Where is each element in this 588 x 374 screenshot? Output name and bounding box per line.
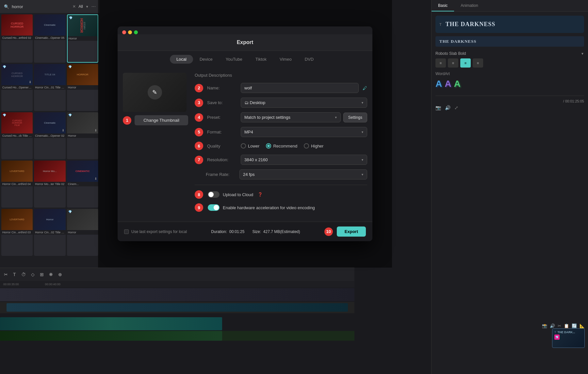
- darkness-timeline-clip[interactable]: T THE DARK... 💎: [552, 328, 585, 348]
- search-input[interactable]: [12, 4, 70, 9]
- align-right-button[interactable]: ≡: [473, 58, 483, 68]
- timeline-tool-icon-5[interactable]: 🔄: [572, 323, 577, 328]
- align-left-button[interactable]: ≡: [435, 58, 446, 68]
- list-item[interactable]: 💎 ⬇ Horror: [67, 112, 98, 159]
- minimize-window-dot[interactable]: [128, 30, 132, 34]
- align-center-button[interactable]: ≡: [448, 58, 458, 68]
- resolution-selector[interactable]: 3840 x 2160: [241, 155, 367, 165]
- settings-button[interactable]: Settings: [343, 113, 367, 122]
- list-item[interactable]: Horror Mo... Horror Mo...ter Title 02: [34, 161, 65, 208]
- resolution-value[interactable]: 3840 x 2160: [241, 155, 367, 165]
- duration-info: Duration: 00:01:25: [211, 229, 244, 234]
- save-to-label: Save to:: [207, 100, 238, 105]
- save-to-selector[interactable]: 🗂 Desktop: [241, 98, 367, 108]
- text-tool-icon[interactable]: T: [13, 272, 16, 277]
- darkness-text-preview-large: THE DARKNESS: [446, 21, 580, 28]
- list-item[interactable]: LOVERTHIRD Horror Cin...erthird 03: [1, 209, 33, 256]
- cut-tool-icon[interactable]: ✂: [4, 272, 8, 277]
- frame-rate-value[interactable]: 24 fps: [239, 169, 367, 179]
- format-label: Format:: [207, 130, 238, 134]
- format-value[interactable]: MP4: [241, 127, 367, 137]
- shape-tool-icon[interactable]: ◇: [31, 272, 35, 277]
- more-tool-icon[interactable]: ⊕: [58, 272, 62, 277]
- edit-thumbnail-icon[interactable]: ✎: [148, 85, 162, 100]
- list-item[interactable]: CINEMATIC ⬇ Cinem...: [67, 161, 98, 208]
- timeline-tool-icon-4[interactable]: 📋: [564, 323, 569, 328]
- timeline-tracks[interactable]: [0, 288, 354, 374]
- help-icon[interactable]: ❓: [258, 192, 263, 197]
- recommend-radio[interactable]: [266, 143, 271, 148]
- filter-all[interactable]: All: [78, 4, 83, 9]
- use-last-settings-checkbox[interactable]: [124, 229, 129, 234]
- effects-tool-icon[interactable]: ❋: [49, 272, 53, 277]
- list-item[interactable]: CURSEDHORROR Cursed Ho...erthird 02: [1, 14, 33, 63]
- tab-basic[interactable]: Basic: [432, 0, 454, 11]
- tab-dvd[interactable]: DVD: [298, 55, 320, 64]
- close-window-dot[interactable]: [122, 30, 126, 34]
- lower-radio[interactable]: [241, 143, 246, 148]
- window-controls: [118, 26, 372, 34]
- hardware-accel-toggle[interactable]: [208, 204, 220, 211]
- preset-value[interactable]: Match to project settings: [241, 112, 341, 122]
- tab-youtube[interactable]: YouTube: [219, 55, 249, 64]
- list-item[interactable]: 💎 HORROR Horror: [67, 64, 98, 111]
- export-button[interactable]: Export: [337, 226, 366, 237]
- higher-radio[interactable]: [304, 143, 309, 148]
- font-dropdown-icon[interactable]: ▼: [581, 52, 584, 55]
- timeline-tool-icon-6[interactable]: 📐: [580, 323, 585, 328]
- list-item[interactable]: 💎 Horror: [67, 209, 98, 256]
- close-icon[interactable]: ✕: [73, 4, 76, 9]
- quality-lower[interactable]: Lower: [241, 143, 259, 148]
- quality-higher[interactable]: Higher: [304, 143, 323, 148]
- more-options-icon[interactable]: ···: [91, 4, 96, 9]
- step-5-badge: 5: [195, 128, 203, 136]
- timeline-tool-icon-1[interactable]: 📸: [542, 323, 547, 328]
- resolution-row: 7 Resolution: 3840 x 2160: [195, 155, 367, 165]
- wordart-style-3[interactable]: A: [454, 79, 460, 89]
- frame-rate-row: Frame Rate: 24 fps: [195, 169, 367, 179]
- quality-recommend[interactable]: Recommend: [266, 143, 297, 148]
- timer-tool-icon[interactable]: ⏱: [21, 272, 26, 277]
- list-item[interactable]: 💎 CURSEDHORROR ⬇ Cursed Ho...Opener 01: [1, 64, 33, 111]
- upload-cloud-toggle[interactable]: [208, 191, 220, 198]
- list-item[interactable]: LOVERTHIRD Horror Cin...erthird 04: [1, 161, 33, 208]
- tab-device[interactable]: Device: [193, 55, 219, 64]
- name-input[interactable]: [241, 83, 359, 93]
- tab-local[interactable]: Local: [170, 55, 193, 64]
- list-item[interactable]: 💎 CURSEDHORRORFILM Cursed Ho...ck Title …: [1, 112, 33, 159]
- frame-rate-selector[interactable]: 24 fps: [239, 169, 367, 179]
- list-item[interactable]: Cinematic ⬇ Cinematic...Opener 02: [34, 112, 65, 159]
- ai-icon[interactable]: 🖊: [363, 86, 367, 91]
- timeline-tool-icon-2[interactable]: 🔊: [550, 323, 555, 328]
- export-modal-footer: Use last export settings for local Durat…: [118, 222, 372, 241]
- preset-selector[interactable]: Match to project settings: [241, 112, 341, 122]
- tab-animation[interactable]: Animation: [454, 0, 484, 11]
- list-item[interactable]: Horror Horror Cin...02 Title 01: [34, 209, 65, 256]
- maximize-window-dot[interactable]: [134, 30, 138, 34]
- save-to-value[interactable]: 🗂 Desktop: [241, 98, 367, 108]
- thumbnail-preview[interactable]: ✎: [123, 73, 187, 112]
- use-last-settings-row: Use last export settings for local: [124, 229, 187, 234]
- tab-vimeo[interactable]: Vimeo: [273, 55, 298, 64]
- grid-tool-icon[interactable]: ⊞: [40, 272, 44, 277]
- wordart-style-2[interactable]: A: [445, 79, 451, 89]
- resize-action-icon[interactable]: ⤢: [454, 105, 458, 110]
- list-item[interactable]: Cinematic Cinematic...Opener 05: [34, 14, 65, 63]
- step-10-badge: 10: [324, 227, 333, 236]
- list-item[interactable]: TITLE 04 Horror Cin...01 Title 04: [34, 64, 65, 111]
- download-icon: ⬇: [94, 129, 97, 132]
- format-selector[interactable]: MP4: [241, 127, 367, 137]
- speaker-action-icon[interactable]: 🔊: [445, 105, 450, 110]
- list-item[interactable]: 💎 HORROR STORY Horror: [67, 14, 98, 63]
- align-active-button[interactable]: ≡: [460, 58, 471, 68]
- name-label: Name:: [207, 86, 238, 90]
- wordart-style-1[interactable]: A: [435, 79, 442, 89]
- timeline-tool-icon-3[interactable]: ✂: [558, 323, 561, 328]
- horror-text: HORROR: [80, 18, 83, 33]
- tab-tiktok[interactable]: Tiktok: [249, 55, 273, 64]
- download-icon: ⬇: [29, 80, 31, 84]
- change-thumbnail-button[interactable]: Change Thumbnail: [135, 115, 188, 125]
- frame-rate-label: Frame Rate:: [206, 172, 237, 177]
- media-label: Horror Cin...erthird 04: [1, 182, 33, 186]
- camera-action-icon[interactable]: 📷: [435, 105, 441, 110]
